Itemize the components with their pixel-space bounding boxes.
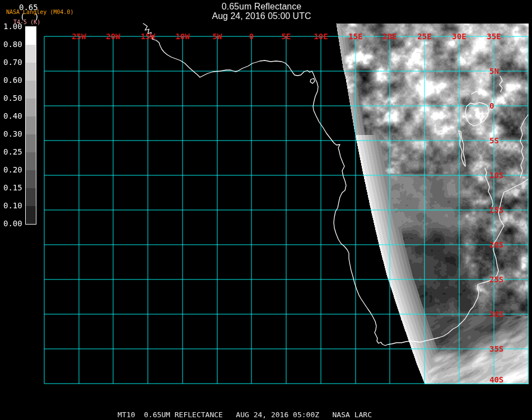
colorbar-tick-0.30: 0.30 xyxy=(3,130,25,138)
colorbar-block-2 xyxy=(26,63,36,81)
colorbar-tick-0.00: 0.00 xyxy=(3,220,25,227)
coastline-fragment-4 xyxy=(472,90,486,94)
colorbar-tick-0.40: 0.40 xyxy=(3,112,25,120)
colorbar-block-7 xyxy=(26,152,36,170)
colorbar-block-0 xyxy=(26,27,36,45)
colorbar-block-1 xyxy=(26,45,36,63)
colorbar-block-9 xyxy=(26,188,36,206)
coastline-fragment-1 xyxy=(485,168,493,212)
coastline-africa xyxy=(143,24,528,346)
colorbar-tick-0.50: 0.50 xyxy=(3,94,25,102)
coastline-fragment-6 xyxy=(310,78,315,83)
colorbar xyxy=(25,26,36,225)
coastline-fragment-0 xyxy=(520,115,528,178)
nasa-langley-version-label: NASA Langley (M04.0) xyxy=(6,9,73,15)
colorbar-block-4 xyxy=(26,99,36,116)
colorbar-block-6 xyxy=(26,134,36,152)
colorbar-tick-0.10: 0.10 xyxy=(3,202,25,209)
colorbar-block-10 xyxy=(26,206,36,224)
colorbar-tick-0.25: 0.25 xyxy=(3,148,25,156)
colorbar-tick-0.70: 0.70 xyxy=(3,58,25,66)
colorbar-block-3 xyxy=(26,81,36,99)
colorbar-tick-0.80: 0.80 xyxy=(3,40,25,48)
page-subtitle: Aug 24, 2016 05:00 UTC xyxy=(212,11,311,21)
colorbar-tick-0.60: 0.60 xyxy=(3,76,25,84)
colorbar-block-5 xyxy=(26,116,36,134)
t4-5-channel-label: T4-5 (K) xyxy=(13,19,40,25)
colorbar-tick-0.15: 0.15 xyxy=(3,184,25,192)
coastline-fragment-5 xyxy=(500,76,502,92)
map-grid-and-coastlines xyxy=(0,0,532,420)
title-block: 0.65um Reflectance Aug 24, 2016 05:00 UT… xyxy=(212,2,311,21)
page-title: 0.65um Reflectance xyxy=(212,2,311,11)
colorbar-block-8 xyxy=(26,170,36,188)
colorbar-tick-0.20: 0.20 xyxy=(3,166,25,174)
satellite-quicklook-screen: 0.65um Reflectance Aug 24, 2016 05:00 UT… xyxy=(0,0,532,420)
coastline-fragment-2 xyxy=(459,130,465,166)
footer-caption: MT10 0.65UM REFLECTANCE AUG 24, 2016 05:… xyxy=(118,410,372,419)
